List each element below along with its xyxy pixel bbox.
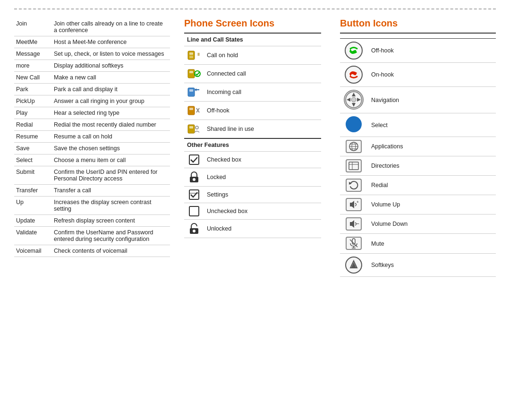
left-table-container: JoinJoin other calls already on a line t… [14,18,170,277]
softkey-key: Redial [14,119,52,131]
softkeys-icon [340,254,367,277]
svg-point-32 [351,97,356,102]
table-row: Select [340,113,496,137]
button-icons-header-row [340,33,496,39]
softkey-key: Play [14,107,52,119]
volume-down-label: Volume Down [367,214,496,234]
table-row: VoicemailCheck contents of voicemail [14,245,170,257]
locked-icon [184,168,204,187]
svg-point-7 [195,71,200,77]
svg-rect-24 [189,206,199,216]
softkey-key: Voicemail [14,245,52,257]
other-features-header: Other Features [184,138,321,152]
table-row: Navigation [340,87,496,113]
phone-screen-icons-section: Phone Screen Icons Line and Call States [170,18,321,277]
table-row: UpdateRefresh display screen content [14,215,170,227]
table-row: moreDisplay additional softkeys [14,60,170,72]
softkey-key: Validate [14,227,52,245]
svg-text:+: + [357,200,359,204]
table-row: SelectChoose a menu item or call [14,154,170,166]
softkey-key: New Call [14,72,52,84]
svg-point-21 [193,178,196,181]
table-row: Incoming call [184,83,321,102]
softkey-value: Park a call and display it [52,84,170,95]
svg-marker-42 [350,201,354,208]
softkey-key: Join [14,18,52,36]
softkey-value: Display additional softkeys [52,60,170,72]
table-row: ⏸ Call on hold [184,46,321,65]
softkey-value: Redial the most recently dialed number [52,119,170,131]
svg-rect-38 [349,162,358,170]
locked-label: Locked [204,168,321,187]
softkey-key: Submit [14,166,52,185]
table-row: Softkeys [340,254,496,277]
navigation-icon [340,87,367,113]
off-hook-phone-icon [184,102,204,120]
mute-icon [340,234,367,254]
settings-label: Settings [204,187,321,203]
softkeys-label: Softkeys [367,254,496,277]
table-row: SubmitConfirm the UserID and PIN entered… [14,166,170,185]
call-on-hold-label: Call on hold [204,46,321,65]
off-hook-btn-icon [340,39,367,63]
svg-rect-6 [189,71,193,73]
unchecked-box-label: Unchecked box [204,203,321,220]
checked-box-icon [184,152,204,168]
table-row: UpIncreases the display screen contrast … [14,197,170,215]
svg-rect-9 [189,89,193,92]
softkey-table: JoinJoin other calls already on a line t… [14,18,170,257]
softkey-key: Save [14,143,52,154]
svg-text:⏸: ⏸ [196,52,201,57]
softkey-key: Message [14,48,52,60]
table-row: TransferTransfer a call [14,185,170,197]
phone-screen-title: Phone Screen Icons [184,18,321,29]
softkey-key: Transfer [14,185,52,197]
table-row: Connected call [184,65,321,83]
table-row: Checked box [184,152,321,168]
table-row: Redial [340,176,496,195]
table-row: PlayHear a selected ring type [14,107,170,119]
softkey-value: Join other calls already on a line to cr… [52,18,170,36]
off-hook-btn-label: Off-hook [367,39,496,63]
connected-call-label: Connected call [204,65,321,83]
svg-marker-31 [357,98,361,102]
table-row: Applications [340,137,496,156]
unlocked-label: Unlocked [204,220,321,238]
softkey-key: MeetMe [14,36,52,48]
table-row: ValidateConfirm the UserName and Passwor… [14,227,170,245]
softkey-value: Host a Meet-Me conference [52,36,170,48]
svg-rect-5 [188,69,195,78]
softkey-value: Confirm the UserName and Password entere… [52,227,170,245]
table-row: MeetMeHost a Meet-Me conference [14,36,170,48]
table-row: Directories [340,156,496,176]
svg-marker-11 [195,88,196,91]
table-row: Locked [184,168,321,187]
directories-icon [340,156,367,176]
softkey-key: Select [14,154,52,166]
svg-rect-17 [189,126,193,129]
softkey-value: Hear a selected ring type [52,107,170,119]
line-call-states-header: Line and Call States [184,33,321,46]
softkey-key: Resume [14,131,52,143]
softkey-key: PickUp [14,95,52,107]
table-row: Settings [184,187,321,203]
volume-up-label: Volume Up [367,195,496,214]
directories-label: Directories [367,156,496,176]
softkey-value: Transfer a call [52,185,170,197]
table-row: MessageSet up, check, or listen to voice… [14,48,170,60]
table-row: PickUpAnswer a call ringing in your grou… [14,95,170,107]
select-label: Select [367,113,496,137]
softkey-key: more [14,60,52,72]
table-row: SaveSave the chosen settings [14,143,170,154]
svg-marker-29 [352,103,356,107]
svg-marker-30 [347,98,350,102]
table-row: Unchecked box [184,203,321,220]
phone-screen-table: Line and Call States ⏸ Cal [184,33,321,238]
unlocked-icon [184,220,204,238]
checked-box-label: Checked box [204,152,321,168]
svg-marker-44 [350,220,354,228]
softkey-value: Confirm the UserID and PIN entered for P… [52,166,170,185]
table-row: Mute [340,234,496,254]
svg-rect-16 [188,125,195,133]
applications-label: Applications [367,137,496,156]
